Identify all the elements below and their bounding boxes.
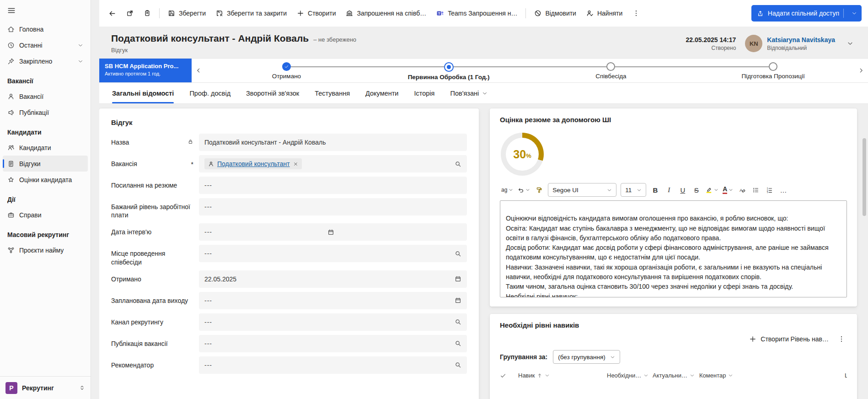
- bpf-stage-interview[interactable]: Співбесіда: [530, 62, 692, 82]
- planned-start-date-input[interactable]: ---: [199, 292, 467, 309]
- lookup-pill[interactable]: Податковий консультант: [204, 158, 302, 169]
- command-overflow-button[interactable]: [628, 5, 644, 22]
- column-header-scale[interactable]: Шка…: [845, 372, 847, 379]
- remove-icon[interactable]: [293, 162, 298, 167]
- bpf-stage-received[interactable]: Отримано: [205, 62, 368, 82]
- received-on-input[interactable]: 22.05.2025: [199, 270, 467, 288]
- clear-formatting-button[interactable]: A: [736, 183, 748, 197]
- reject-button[interactable]: Відмовити: [530, 5, 581, 22]
- bpf-stage-dot-pending[interactable]: [769, 62, 777, 71]
- search-icon[interactable]: [455, 361, 461, 368]
- bulleted-list-button[interactable]: [750, 183, 762, 197]
- hire-button[interactable]: Найняти: [582, 5, 627, 22]
- sidebar-item-applications[interactable]: Відгуки: [3, 156, 88, 172]
- nav-hamburger-button[interactable]: [0, 0, 91, 21]
- bpf-scroll-left-button[interactable]: [192, 59, 205, 82]
- lookup-link[interactable]: Податковий консультант: [217, 160, 290, 167]
- tab-related[interactable]: Пов'язані: [450, 83, 488, 103]
- share-menu-chevron[interactable]: [848, 11, 861, 16]
- page-scrollbar[interactable]: [862, 122, 867, 394]
- teams-invitation-button[interactable]: T Teams Запрошення н…: [432, 5, 522, 22]
- vacancy-publication-lookup[interactable]: ---: [199, 335, 467, 352]
- italic-button[interactable]: I: [663, 183, 675, 197]
- save-and-close-button[interactable]: Зберегти та закрити: [211, 5, 291, 22]
- vacancy-lookup[interactable]: Податковий консультант: [199, 155, 467, 173]
- chevron-down-icon[interactable]: [643, 373, 648, 378]
- ai-assessment-text-editor[interactable]: Оцінюючи відповідність кандидата вимогам…: [500, 200, 847, 297]
- bpf-stage-dot-pending[interactable]: [606, 62, 615, 71]
- bpf-scroll-right-button[interactable]: [854, 59, 868, 82]
- tab-documents[interactable]: Документи: [365, 83, 398, 103]
- header-collapse-button[interactable]: [844, 38, 856, 49]
- chevron-down-icon[interactable]: [690, 373, 695, 378]
- bpf-stage-initial-processing[interactable]: Первинна Обробка (1 Год.): [368, 62, 530, 82]
- sidebar-item-recent[interactable]: Останні: [3, 37, 88, 53]
- strikethrough-button[interactable]: S: [690, 183, 702, 197]
- save-button[interactable]: Зберегти: [163, 5, 210, 22]
- sidebar-item-cases[interactable]: Справи: [3, 207, 88, 223]
- tab-feedback[interactable]: Зворотній зв'язок: [246, 83, 299, 103]
- record-set-button[interactable]: [139, 5, 155, 22]
- search-icon[interactable]: [455, 250, 461, 257]
- toolbar-more-button[interactable]: …: [777, 183, 789, 197]
- format-painter-button[interactable]: [533, 183, 545, 197]
- bpf-stage-dot-active[interactable]: [444, 62, 454, 72]
- tab-professional-experience[interactable]: Проф. досвід: [189, 83, 230, 103]
- share-button[interactable]: Надати спільний доступ: [751, 5, 862, 22]
- tab-history[interactable]: Історія: [414, 83, 434, 103]
- calendar-icon[interactable]: [455, 297, 461, 304]
- sidebar-item-vacancies[interactable]: Вакансії: [3, 88, 88, 104]
- app-switcher[interactable]: P Рекрутинг: [0, 376, 91, 399]
- calendar-icon[interactable]: [327, 229, 334, 236]
- column-header-actual-level[interactable]: Актуальни…: [653, 372, 699, 379]
- sidebar-item-publications[interactable]: Публікації: [3, 104, 88, 120]
- back-button[interactable]: [104, 5, 121, 22]
- chevron-down-icon[interactable]: [78, 59, 83, 64]
- chevron-down-icon[interactable]: [728, 373, 733, 378]
- chevron-down-icon[interactable]: [545, 373, 550, 378]
- column-header-required-level[interactable]: Необхідни…: [607, 372, 653, 379]
- resume-link-input[interactable]: ---: [199, 177, 467, 194]
- select-all-checkbox[interactable]: [500, 372, 518, 379]
- owner-name[interactable]: Katsiaryna Navitskaya: [767, 36, 835, 43]
- skills-grid-overflow-button[interactable]: [836, 335, 847, 343]
- bpf-stage-dot-done[interactable]: [282, 62, 291, 71]
- bold-button[interactable]: B: [649, 183, 661, 197]
- calendar-icon[interactable]: [455, 275, 461, 282]
- desired-salary-input[interactable]: ---: [199, 198, 467, 216]
- sidebar-item-candidate-assessments[interactable]: Оцінки кандидата: [3, 172, 88, 188]
- text-style-button[interactable]: ag: [500, 183, 514, 197]
- font-family-select[interactable]: Segoe UI: [548, 183, 616, 197]
- highlight-color-button[interactable]: [704, 183, 720, 197]
- open-in-new-window-button[interactable]: [122, 5, 138, 22]
- owner-block[interactable]: KN Katsiaryna Navitskaya Відповідальний: [745, 35, 835, 52]
- column-header-skill[interactable]: Навик: [518, 372, 607, 379]
- search-icon[interactable]: [455, 340, 461, 347]
- font-size-select[interactable]: 11: [621, 183, 646, 197]
- font-color-button[interactable]: A: [721, 183, 734, 197]
- underline-button[interactable]: U: [676, 183, 689, 197]
- numbered-list-button[interactable]: 123: [763, 183, 776, 197]
- sidebar-item-hiring-projects[interactable]: Проєкти найму: [3, 242, 88, 258]
- undo-button[interactable]: [516, 183, 531, 197]
- name-input[interactable]: Податковий консультант - Андрій Коваль: [199, 134, 467, 151]
- interview-invitation-button[interactable]: Запрошення на співб…: [341, 5, 431, 22]
- search-icon[interactable]: [455, 161, 461, 167]
- bpf-process-button[interactable]: SB HCM Application Pro... Активно протяг…: [99, 59, 192, 82]
- tab-general[interactable]: Загальні відомості: [112, 83, 174, 103]
- new-record-button[interactable]: Створити: [292, 5, 340, 22]
- search-icon[interactable]: [455, 318, 461, 325]
- grouping-select[interactable]: (без групування): [553, 350, 620, 364]
- sidebar-item-home[interactable]: Головна: [3, 21, 88, 37]
- page-scrollbar-thumb[interactable]: [863, 138, 866, 216]
- chevron-down-icon[interactable]: [78, 43, 83, 48]
- editor-scrollbar[interactable]: [841, 202, 845, 296]
- column-header-comment[interactable]: Коментар: [699, 372, 845, 379]
- sidebar-item-pinned[interactable]: Закріплено: [3, 53, 88, 69]
- create-skill-level-button[interactable]: Створити Рівень нав…: [749, 335, 829, 343]
- tab-testing[interactable]: Тестування: [315, 83, 350, 103]
- sidebar-item-candidates[interactable]: Кандидати: [3, 140, 88, 156]
- referrer-lookup[interactable]: ---: [199, 356, 467, 374]
- bpf-stage-offer-preparation[interactable]: Підготовка Пропозиції: [692, 62, 854, 82]
- interview-location-lookup[interactable]: ---: [199, 245, 467, 262]
